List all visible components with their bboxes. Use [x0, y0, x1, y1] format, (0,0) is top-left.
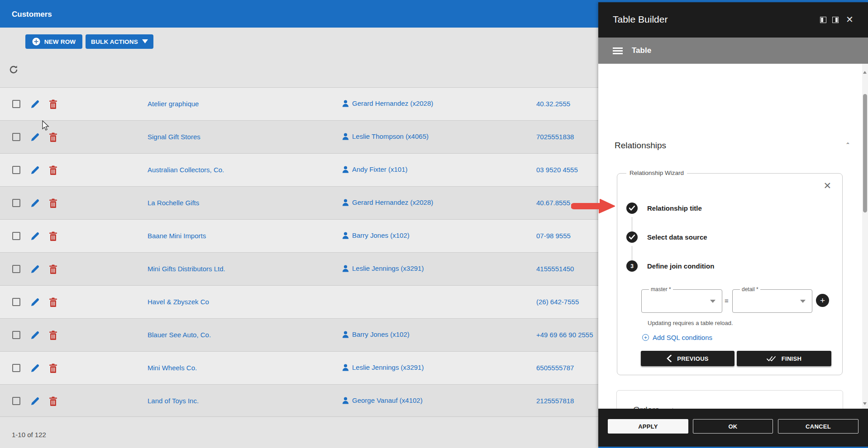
company-link[interactable]: Signal Gift Stores — [148, 133, 200, 141]
company-link[interactable]: Land of Toys Inc. — [148, 397, 199, 405]
row-checkbox[interactable] — [12, 331, 20, 339]
table-header-row: Actions Company Name ⇅ ⋮ Account Manager… — [0, 59, 598, 87]
delete-row-button[interactable] — [48, 231, 58, 241]
row-checkbox[interactable] — [12, 100, 20, 108]
dock-right-icon[interactable] — [832, 17, 839, 23]
delete-row-button[interactable] — [48, 396, 58, 406]
new-row-button[interactable]: NEW ROW — [25, 34, 82, 49]
dock-left-icon[interactable] — [820, 17, 826, 23]
pencil-icon — [30, 132, 40, 142]
finish-button[interactable]: FINISH — [737, 351, 831, 366]
detail-column-select[interactable]: detail * — [732, 289, 812, 313]
edit-row-button[interactable] — [30, 396, 40, 406]
phone-link[interactable]: +49 69 66 90 2555 — [536, 331, 593, 339]
edit-row-button[interactable] — [30, 264, 40, 274]
phone-link[interactable]: 40.67.8555 — [536, 199, 570, 207]
scrollbar-thumb[interactable] — [863, 94, 867, 212]
manager-cell[interactable]: Gerard Hernandez (x2028) — [342, 99, 433, 107]
mouse-cursor — [42, 120, 51, 131]
bulk-actions-button[interactable]: BULK ACTIONS — [86, 34, 153, 49]
wizard-step-3[interactable]: 3 Define join condition — [626, 260, 714, 272]
row-checkbox[interactable] — [12, 166, 20, 174]
manager-cell[interactable]: Leslie Jennings (x3291) — [342, 264, 424, 272]
company-link[interactable]: La Rochelle Gifts — [148, 199, 199, 207]
edit-row-button[interactable] — [30, 132, 40, 142]
phone-link[interactable]: 7025551838 — [536, 133, 574, 141]
add-sql-conditions-link[interactable]: + Add SQL conditions — [642, 334, 712, 341]
manager-cell[interactable]: Leslie Thompson (x4065) — [342, 132, 429, 140]
edit-row-button[interactable] — [30, 363, 40, 373]
phone-link[interactable]: 07-98 9555 — [536, 232, 571, 240]
master-column-select[interactable]: master * — [641, 289, 722, 313]
company-link[interactable]: Havel & Zbyszek Co — [148, 298, 209, 306]
trash-icon — [49, 132, 57, 142]
delete-row-button[interactable] — [48, 165, 58, 175]
page-title: Customers — [12, 10, 52, 19]
row-checkbox[interactable] — [12, 133, 20, 141]
manager-cell[interactable]: Barry Jones (x102) — [342, 231, 410, 239]
pencil-icon — [30, 198, 40, 208]
trash-icon — [49, 330, 57, 340]
dialog-titlebar[interactable]: Table Builder ✕ — [598, 2, 868, 38]
phone-link[interactable]: 03 9520 4555 — [536, 166, 578, 174]
table-section-bar[interactable]: Table — [598, 38, 868, 64]
edit-row-button[interactable] — [30, 231, 40, 241]
row-checkbox[interactable] — [12, 364, 20, 372]
manager-cell[interactable]: Andy Fixter (x101) — [342, 165, 408, 173]
collapse-relationships-icon[interactable]: ⌃ — [845, 141, 850, 148]
phone-link[interactable]: (26) 642-7555 — [536, 298, 579, 306]
wizard-step-2[interactable]: Select data source — [626, 231, 707, 243]
delete-row-button[interactable] — [48, 198, 58, 208]
manager-cell[interactable]: George Vanauf (x4102) — [342, 396, 423, 404]
bulk-actions-label: BULK ACTIONS — [91, 38, 138, 45]
cancel-button[interactable]: CANCEL — [778, 419, 858, 434]
add-join-pair-button[interactable]: + — [816, 294, 829, 307]
edit-row-button[interactable] — [30, 198, 40, 208]
row-checkbox[interactable] — [12, 298, 20, 306]
phone-link[interactable]: 2125557818 — [536, 397, 574, 405]
close-dialog-icon[interactable]: ✕ — [846, 15, 854, 24]
delete-row-button[interactable] — [48, 99, 58, 109]
edit-row-button[interactable] — [30, 330, 40, 340]
manager-cell[interactable]: Barry Jones (x102) — [342, 330, 410, 338]
delete-row-button[interactable] — [48, 363, 58, 373]
row-checkbox[interactable] — [12, 232, 20, 240]
row-checkbox[interactable] — [12, 265, 20, 273]
company-link[interactable]: Australian Collectors, Co. — [148, 166, 224, 174]
phone-link[interactable]: 4155551450 — [536, 265, 574, 273]
delete-row-button[interactable] — [48, 264, 58, 274]
company-link[interactable]: Atelier graphique — [148, 100, 199, 108]
delete-row-button[interactable] — [48, 297, 58, 307]
circle-plus-icon: + — [642, 334, 649, 341]
ok-button[interactable]: OK — [693, 419, 773, 434]
company-link[interactable]: Mini Gifts Distributors Ltd. — [148, 265, 225, 273]
previous-step-button[interactable]: PREVIOUS — [641, 351, 734, 366]
company-link[interactable]: Baane Mini Imports — [148, 232, 206, 240]
delete-row-button[interactable] — [48, 330, 58, 340]
edit-row-button[interactable] — [30, 99, 40, 109]
step-label: Define join condition — [647, 262, 714, 270]
manager-cell[interactable]: Gerard Hernandez (x2028) — [342, 198, 433, 206]
edit-row-button[interactable] — [30, 297, 40, 307]
manager-cell[interactable]: Leslie Jennings (x3291) — [342, 363, 424, 371]
wizard-step-1[interactable]: Relationship title — [626, 203, 702, 214]
table-row: Atelier graphique Gerard Hernandez (x202… — [0, 87, 598, 120]
company-link[interactable]: Mini Wheels Co. — [148, 364, 197, 372]
person-icon — [342, 232, 349, 239]
manager-link: George Vanauf (x4102) — [352, 396, 423, 404]
apply-button[interactable]: APPLY — [608, 419, 688, 434]
panel-scrollbar[interactable] — [862, 64, 868, 409]
row-checkbox[interactable] — [12, 199, 20, 207]
phone-link[interactable]: 6505555787 — [536, 364, 574, 372]
wizard-close-icon[interactable]: ✕ — [823, 180, 831, 191]
scroll-up-icon[interactable] — [863, 71, 867, 74]
chevron-left-icon — [667, 355, 672, 362]
scroll-down-icon[interactable] — [863, 402, 867, 405]
phone-link[interactable]: 40.32.2555 — [536, 100, 570, 108]
delete-row-button[interactable] — [48, 132, 58, 142]
edit-row-button[interactable] — [30, 165, 40, 175]
company-link[interactable]: Blauer See Auto, Co. — [148, 331, 211, 339]
relationships-section-title: Relationships — [615, 141, 666, 151]
row-checkbox[interactable] — [12, 397, 20, 405]
step-label: Select data source — [647, 233, 707, 241]
